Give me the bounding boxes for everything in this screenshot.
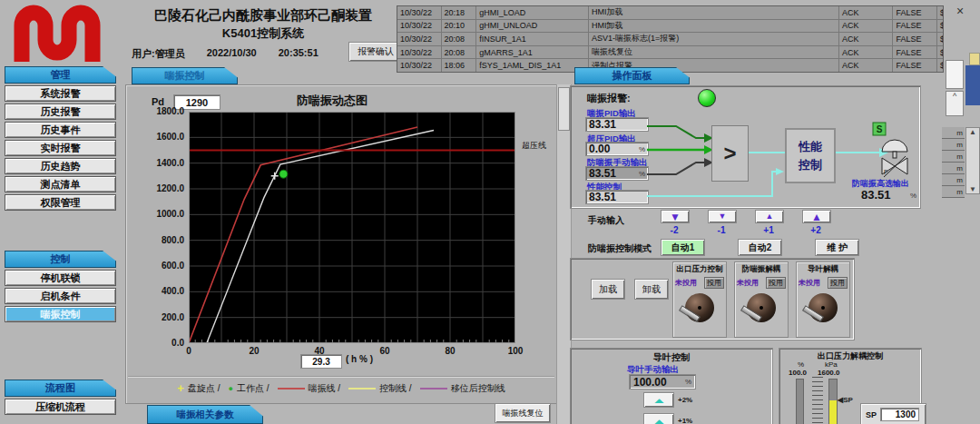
y-axis-tick-label: 200.0: [128, 312, 184, 322]
scrollbar-up-icon[interactable]: ▲: [969, 128, 976, 136]
surge-line-reset-button[interactable]: 喘振线复位: [495, 403, 551, 423]
kpa-scale-max: 1600.0: [818, 369, 839, 377]
y-axis-tick-label: 1000.0: [128, 209, 184, 219]
engage-button[interactable]: 投用: [766, 277, 786, 289]
manual-step-label: +1: [755, 225, 782, 235]
desktop-shortcut-strip[interactable]: [965, 65, 980, 105]
unload-button[interactable]: 卸载: [634, 279, 669, 300]
background-list-item: m: [942, 139, 965, 151]
manual-step-group: ▼-1: [708, 210, 735, 235]
sidebar-item-实时报警[interactable]: 实时报警: [5, 140, 116, 156]
legend-item: +盘旋点 /: [177, 381, 220, 395]
kpa-bar[interactable]: [828, 379, 838, 424]
x-axis-tick-label: 60: [372, 346, 397, 356]
scroll-up-fragment[interactable]: ^: [946, 91, 964, 116]
anti-surge-chart-panel: Pd 1290 防喘振动态图 1800.01600.01400.01200.01…: [125, 84, 557, 404]
alarm-cell: gHMI_UNLOAD: [476, 20, 589, 33]
knob-center-dot: [760, 306, 763, 310]
sidebar-section-header: 流程图: [5, 380, 116, 397]
sidebar-item-历史趋势[interactable]: 历史趋势: [5, 158, 116, 174]
sidebar-item-权限管理[interactable]: 权限管理: [5, 194, 116, 211]
control-mode-row: 防喘振控制模式 自动1自动2维 护: [570, 238, 919, 258]
taskbar-icon[interactable]: [969, 53, 980, 65]
mode-button-维 护[interactable]: 维 护: [815, 239, 859, 256]
engage-button[interactable]: 投用: [828, 277, 848, 289]
y-axis-tick-label: 1600.0: [128, 132, 184, 142]
legend-line-icon: [348, 388, 376, 389]
alarm-cell: $Syste: [937, 59, 943, 72]
legend-label: 盘旋点 /: [188, 382, 220, 395]
x-readout-field[interactable]: 29.3: [300, 354, 342, 369]
sidebar-item-喘振控制[interactable]: 喘振控制: [5, 306, 116, 322]
legend-label: 移位后控制线: [451, 382, 505, 395]
svg-text:S: S: [877, 124, 883, 134]
alarm-cell: 10/30/22: [397, 59, 442, 72]
alarm-row[interactable]: 10/30/2220:08gMARRS_1A1喘振线复位ACKFALSE$Sys…: [397, 46, 943, 60]
engage-button[interactable]: 投用: [704, 277, 724, 289]
background-scrollbar[interactable]: ▲ ▼: [965, 127, 980, 194]
scrollbar-thumb[interactable]: [558, 87, 570, 131]
mode-button-自动2[interactable]: 自动2: [738, 239, 782, 256]
close-icon[interactable]: ×: [953, 4, 967, 18]
load-button[interactable]: 加载: [591, 279, 625, 300]
sidebar-item-历史事件[interactable]: 历史事件: [5, 122, 116, 138]
guide-vane-value-text: 100.00: [630, 376, 685, 389]
alarm-cell: FALSE: [893, 59, 937, 72]
alarm-cell: 20:18: [442, 6, 477, 19]
scrollbar-down-icon[interactable]: ▼: [969, 185, 976, 193]
sidebar-section: 控制停机联锁启机条件喘振控制: [5, 251, 116, 322]
surge-alarm-box: 喘振报警: 喘振PID输出 83.31 超压PID输出 0.00 % 防喘振手动…: [570, 85, 921, 209]
rotary-knob[interactable]: [747, 293, 776, 322]
vane-step-label: +2%: [678, 396, 692, 404]
rotary-knob[interactable]: [685, 293, 714, 322]
background-list-item: m: [942, 127, 965, 139]
x-axis-tick-label: 100: [503, 346, 528, 356]
sidebar-item-压缩机流程[interactable]: 压缩机流程: [5, 399, 116, 415]
alarm-cell: $Syste: [937, 33, 943, 45]
tab-operation-panel[interactable]: 操作面板: [574, 67, 690, 84]
sidebar-item-历史报警[interactable]: 历史报警: [5, 104, 116, 120]
control-mode-buttons: 自动1自动2维 护: [661, 239, 859, 256]
alarm-cell: FALSE: [893, 6, 937, 19]
surge-plot-area: [189, 112, 515, 343]
setpoint-field[interactable]: 1300: [880, 408, 919, 421]
knob-panel-导叶解耦: 导叶解耦未投用投用: [796, 261, 850, 338]
alarm-cell: ACK: [839, 6, 893, 19]
tab-surge-control[interactable]: 喘振控制: [132, 67, 238, 84]
manual-step-button-+1[interactable]: ▲: [755, 210, 784, 223]
manual-step-button--2[interactable]: ▼: [661, 210, 690, 223]
legend-item: 喘振线 /: [278, 382, 341, 395]
alarm-cell: FALSE: [893, 33, 937, 45]
manual-step-button-+2[interactable]: ▲: [802, 210, 831, 223]
y-axis-tick-label: 1400.0: [128, 158, 184, 168]
percent-scale-max: 100.0: [789, 369, 807, 377]
sidebar-item-启机条件[interactable]: 启机条件: [5, 288, 116, 304]
alarm-row[interactable]: 10/30/2220:10gHMI_UNLOADHMI卸载ACKFALSE$Sy…: [397, 20, 943, 34]
y-axis-tick-label: 1200.0: [128, 183, 184, 193]
company-logo-icon: [7, 2, 109, 64]
legend-item: 控制线 /: [348, 382, 412, 395]
legend-divider: [128, 376, 554, 378]
performance-control-block: 性能 控制: [785, 128, 836, 183]
sidebar-item-系统报警[interactable]: 系统报警: [5, 85, 116, 102]
sidebar-item-测点清单[interactable]: 测点清单: [5, 176, 116, 192]
percent-bar[interactable]: [796, 379, 804, 424]
tab-surge-parameters[interactable]: 喘振相关参数: [147, 405, 263, 424]
manual-step-button--1[interactable]: ▼: [708, 210, 737, 223]
manual-step-label: +2: [802, 225, 829, 235]
vane-step-button-+2%[interactable]: ▲: [643, 392, 674, 408]
alarm-acknowledge-button[interactable]: 报警确认: [348, 42, 403, 62]
sidebar-section: 流程图压缩机流程: [5, 380, 116, 415]
alarm-row[interactable]: 10/30/2220:18gHMI_LOADHMI加载ACKFALSE$Syst…: [397, 6, 943, 20]
arrow-up-icon: ▲: [766, 212, 774, 221]
alarm-row[interactable]: 10/30/2220:08fINSUR_1A1ASV1-喘振标志(1=报警)AC…: [397, 33, 943, 46]
arrow-down-icon: ▼: [670, 212, 681, 222]
y-axis-tick-label: 400.0: [128, 286, 184, 296]
vane-step-button-+1%[interactable]: ▲: [643, 413, 674, 424]
sidebar-item-停机联锁[interactable]: 停机联锁: [5, 270, 116, 286]
rotary-knob[interactable]: [808, 293, 838, 322]
sidebar-nav: 管理系统报警历史报警历史事件实时报警历史趋势测点清单权限管理控制停机联锁启机条件…: [5, 66, 116, 417]
mode-button-自动1[interactable]: 自动1: [661, 239, 705, 256]
legend-label: 喘振线 /: [309, 382, 341, 395]
guide-vane-output-value: 100.00 %: [629, 374, 696, 389]
